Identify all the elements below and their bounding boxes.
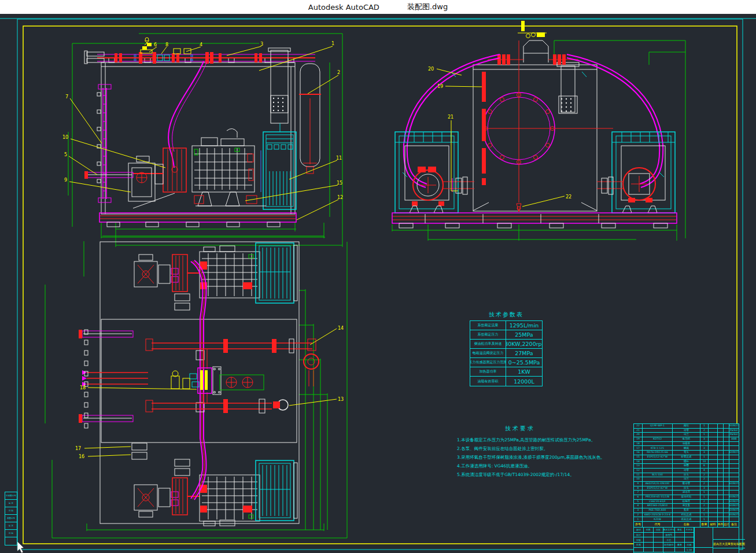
bom-row: 9 A6025X/2L-DN100 吸油管 2 REXROTH — [634, 482, 739, 486]
bom-name: 滤油器 — [673, 491, 700, 495]
bom-total-weight — [724, 446, 729, 451]
param-label: 油箱有效容积 — [470, 377, 506, 386]
bom-name: 液压泵 — [673, 504, 700, 508]
params-table-row: 系统额定流量 1295L/min — [470, 321, 542, 330]
bom-header-cell: 总计 — [724, 522, 729, 528]
title-block-cell — [685, 537, 694, 543]
bom-qty: 1 — [700, 433, 709, 437]
svg-text:2: 2 — [337, 70, 340, 75]
bom-total-weight — [724, 424, 729, 429]
bom-qty: 3 — [700, 486, 709, 491]
bom-total-weight — [724, 469, 729, 473]
bom-qty: 1 — [700, 424, 709, 429]
bom-code: P6E.TGD.A00 — [643, 508, 673, 513]
bom-total-weight — [724, 491, 729, 495]
bom-no: 22 — [634, 424, 643, 429]
bom-name: 接头 — [673, 473, 700, 478]
bom-total-weight — [724, 460, 729, 464]
bom-qty: 2 — [700, 500, 709, 504]
bom-row: 22 Q19F-WP-1 阀组 1 REXROTH — [634, 424, 739, 429]
bom-qty: 1 — [700, 513, 709, 518]
manhole-flange — [483, 72, 613, 202]
relief-valve — [141, 38, 152, 53]
view-plan: 14 13 18 17 16 — [52, 236, 347, 538]
bom-material — [709, 424, 718, 429]
tech-requirement-line: 5.系统清洁度等级不低于GB/T14039-2002规定的-/17/14。 — [457, 470, 583, 479]
bom-header-row: 序号代号名称数量材料单件总计备注 — [634, 522, 739, 528]
bom-total-weight — [724, 433, 729, 437]
param-label: 柴油机功率及转速 — [470, 340, 506, 349]
bom-name: 螺栓 — [673, 460, 700, 464]
bom-row: 2 6WD-20/SCB-3-23-4 机组总成 1 REXROTH — [634, 513, 739, 518]
bom-code — [643, 433, 673, 437]
bom-total-weight — [724, 500, 729, 504]
bom-code — [643, 491, 673, 495]
bom-remark: Parker — [729, 429, 739, 433]
title-block-cell — [634, 548, 644, 553]
bom-name: 接头 — [673, 486, 700, 491]
bom-remark — [729, 464, 739, 469]
bom-row: 11 BLS-330 接头 2 — [634, 473, 739, 478]
bom-total-weight — [724, 455, 729, 460]
params-table-row: 电磁溢流阀设定压力 27MPa — [470, 349, 542, 358]
bom-no: 16 — [634, 451, 643, 455]
param-value: 27MPa — [506, 349, 542, 358]
bom-remark: REXROTH — [729, 424, 739, 429]
bom-row: 18 油箱盖 1 — [634, 442, 739, 447]
bom-row: 17 KTB-1-125 蝶阀 3 — [634, 446, 739, 451]
bom-unit-weight — [718, 424, 724, 429]
bom-code — [643, 442, 673, 447]
bom-name: 弯头 — [673, 451, 700, 455]
svg-text:11: 11 — [336, 156, 342, 161]
bom-qty: 3 — [700, 446, 709, 451]
bom-name: 机组总成 — [673, 513, 700, 518]
tech-requirement-line: 3.采用环氧自干型环保树脂漆涂漆,漆膜干膜厚度200μm,表面颜色为浅灰色。 — [457, 453, 583, 462]
bom-total-weight — [724, 429, 729, 433]
params-table-row: 加热器功率 1KW — [470, 367, 542, 377]
bom-material — [709, 504, 718, 508]
bom-material — [709, 517, 718, 522]
params-table-title: 技术参数表 — [470, 311, 543, 319]
bom-code: PRS204-65-31/2/B — [643, 495, 673, 500]
bom-name: 阀组 — [673, 424, 700, 429]
title-block-cell — [644, 533, 654, 538]
bom-total-weight — [724, 482, 729, 486]
bom-row: 6 PRS204-65-31/2/B 柴油机组 1 REXROTH — [634, 495, 739, 500]
bottom-engine-train — [134, 459, 297, 526]
bom-no: 2 — [634, 513, 643, 518]
bom-table: 22 Q19F-WP-1 阀组 1 REXROTH 21 油管 2 — [633, 423, 739, 553]
bom-header-cell: 代号 — [643, 522, 673, 528]
bom-name: 泵座 — [673, 508, 700, 513]
bom-material — [709, 482, 718, 486]
title-block-cell — [685, 533, 694, 538]
bom-name: 油管 — [673, 429, 700, 433]
bom-remark — [729, 477, 739, 482]
title-block-cell: 更改文件号 — [663, 528, 675, 533]
bom-code — [643, 477, 673, 482]
bom-qty: 8 — [700, 464, 709, 469]
bom-remark — [729, 486, 739, 491]
bom-name: 柴油机组 — [673, 495, 700, 500]
bom-header-cell: 单件 — [718, 522, 724, 528]
drawing-canvas[interactable]: 1 2 3 4 6 8 7 10 5 9 11 15 12 — [0, 14, 756, 553]
bom-no: 3 — [634, 508, 643, 513]
bom-unit-weight — [718, 477, 724, 482]
bom-no: 4 — [634, 504, 643, 508]
bom-material — [709, 469, 718, 473]
bom-no: 18 — [634, 442, 643, 447]
bom-code: KZDB — [643, 517, 673, 522]
window-titlebar[interactable]: Autodesk AutoCAD 装配图.dwg — [0, 0, 756, 14]
bom-material — [709, 460, 718, 464]
valve-block — [171, 367, 264, 395]
tech-requirements-title: 技术要求 — [457, 425, 583, 433]
param-value: 25MPa — [506, 330, 542, 340]
svg-text:16: 16 — [79, 454, 84, 459]
bom-qty: 1 — [700, 495, 709, 500]
frame-strip-cell: 旧底图总号 — [5, 492, 17, 500]
svg-text:4: 4 — [200, 42, 202, 47]
param-label: 电磁溢流阀设定压力 — [470, 349, 506, 358]
bom-remark — [729, 446, 739, 451]
bom-name: 电动机 — [673, 437, 700, 442]
title-block-cell — [644, 537, 654, 543]
bom-total-weight — [724, 504, 729, 508]
